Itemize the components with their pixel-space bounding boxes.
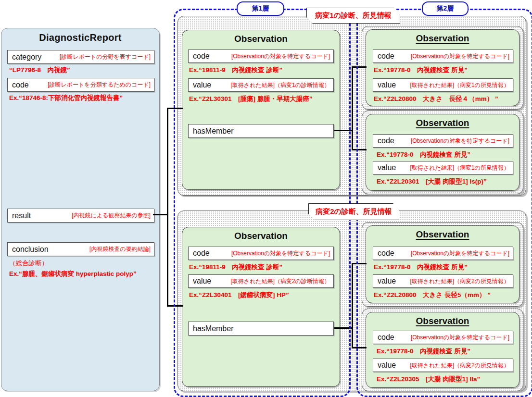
observation-title: Observation [182, 231, 340, 241]
value-field: value [取得された結果]（病変2の所見情報） [373, 359, 513, 372]
code-example-value: Ex.“19778-0 内視鏡検査 所見” [377, 150, 470, 159]
code-field-annotation: [Observationの対象を特定するコード] [411, 249, 509, 258]
code-field: code [診断レポートを分類するためのコード] [7, 78, 154, 92]
connector-result-horizontal [153, 214, 168, 215]
value-field: value [取得された結果]（病変1の所見情報） [373, 78, 513, 92]
value-field-annotation: [取得された結果]（病変2の所見情報） [410, 361, 509, 370]
value-field-label: value [378, 163, 396, 172]
connector-hasmember2-horizontal [334, 327, 353, 329]
connector-hasmember1-branch-bottom [352, 149, 367, 150]
connector-hasmember1-horizontal [334, 130, 353, 131]
value-field-annotation: [取得された結果]（病変1の所見情報） [410, 81, 509, 89]
category-example-value: “LP7796-8 内視鏡” [9, 66, 70, 74]
code-field-label: code [378, 333, 394, 342]
code-field-label: code [378, 136, 394, 145]
code-field-annotation: [Observationの対象を特定するコード] [411, 52, 509, 61]
code-example-value: Ex.“19778-0 内視鏡検査 所見” [374, 66, 468, 74]
value-field: value [取得された結果]（病変1の診断情報） [188, 78, 334, 92]
value-example-value: Ex.“Z2L20301 [大腸 肉眼型1] Is(p)” [377, 177, 487, 186]
observation-title: Observation [366, 316, 519, 326]
connector-result-vertical [167, 108, 168, 307]
diagnostic-report-title: DiagnosticReport [1, 32, 159, 43]
code-field-label: code [12, 81, 29, 89]
result-field: result [内視鏡による観察結果の参照] [7, 209, 154, 223]
has-member-field: hasMember [188, 322, 334, 335]
lesion1-parent-observation-box: Observation code [Observationの対象を特定するコード… [182, 30, 340, 190]
connector-hasmember2-vertical [352, 263, 353, 348]
code-field-annotation: [Observationの対象を特定するコード] [411, 137, 509, 145]
value-field-annotation: [取得された結果]（病変2の所見情報） [410, 277, 509, 285]
value-field: value [取得された結果]（病変2の診断情報） [188, 274, 334, 288]
lesion2-child2-observation-box: Observation code [Observationの対象を特定するコード… [366, 312, 519, 388]
code-field: code [Observationの対象を特定するコード] [188, 50, 334, 63]
lesion1-child2-observation-box: Observation code [Observationの対象を特定するコード… [366, 114, 519, 191]
code-field-label: code [193, 249, 210, 258]
value-field: value [取得された結果]（病変2の所見情報） [373, 274, 513, 288]
layer2-badge: 第2層 [422, 1, 469, 16]
conclusion-note: （総合診断） [9, 259, 48, 268]
code-field-label: code [378, 249, 394, 258]
code-field-label: code [378, 52, 394, 61]
code-field: code [Observationの対象を特定するコード] [188, 247, 334, 260]
code-example-value: Ex.“19778-0 内視鏡検査 所見” [374, 263, 468, 272]
code-field-annotation: [Observationの対象を特定するコード] [411, 334, 509, 342]
value-field-annotation: [取得された結果]（病変1の所見情報） [410, 164, 509, 172]
connector-hasmember1-vertical [352, 66, 353, 150]
observation-title: Observation [366, 118, 519, 128]
connector-hasmember2-branch-bottom [352, 347, 367, 348]
conclusion-field-label: conclusion [12, 245, 49, 254]
value-example-value: Ex.“Z2L30301 [腫瘍] 腺腫・早期大腸癌” [189, 95, 313, 103]
lesion2-header: 病変2の診断、所見情報 [308, 203, 399, 220]
conclusion-example-value: Ex.“腺腫、鋸歯状病変 hyperplastic polyp” [9, 270, 137, 278]
observation-title: Observation [366, 33, 519, 44]
code-example-value: Ex.“19811-9 内視鏡検査 診断” [189, 66, 282, 74]
connector-result-branch-lesion2 [167, 305, 183, 307]
category-field: category [診断レポートの分野を表すコード] [7, 50, 154, 64]
value-field-label: value [378, 81, 396, 89]
value-example-value: Ex.“Z2L30401 [鋸歯状病変] HP” [189, 291, 289, 299]
value-field-label: value [378, 361, 396, 370]
conclusion-field-annotation: [内視鏡検査の要約結論] [89, 245, 151, 253]
diagnostic-report-box: DiagnosticReport category [診断レポートの分野を表すコ… [1, 28, 160, 391]
lesion1-header: 病変1の診断、所見情報 [306, 8, 400, 24]
connector-result-branch-lesion1 [167, 108, 183, 109]
conclusion-field: conclusion [内視鏡検査の要約結論] [7, 242, 154, 256]
lesion2-parent-observation-box: Observation code [Observationの対象を特定するコード… [182, 227, 340, 387]
lesion1-child1-observation-box: Observation code [Observationの対象を特定するコード… [366, 29, 519, 106]
category-field-label: category [12, 53, 41, 62]
code-example-value: Ex.“19778-0 内視鏡検査 所見” [377, 347, 470, 356]
value-field-label: value [378, 277, 396, 285]
value-example-value: Ex.“Z2L20800 大きさ 長径４（mm） ” [374, 95, 498, 103]
value-field-annotation: [取得された結果]（病変2の診断情報） [231, 277, 330, 285]
result-field-annotation: [内視鏡による観察結果の参照] [72, 211, 151, 220]
code-field-annotation: [Observationの対象を特定するコード] [231, 249, 330, 258]
observation-title: Observation [366, 229, 519, 240]
has-member-label: hasMember [193, 127, 233, 136]
value-field-annotation: [取得された結果]（病変1の診断情報） [231, 81, 330, 89]
diagram-canvas: DiagnosticReport category [診断レポートの分野を表すコ… [0, 0, 532, 397]
observation-title: Observation [182, 34, 340, 44]
code-field: code [Observationの対象を特定するコード] [373, 247, 513, 260]
result-field-label: result [12, 211, 31, 220]
value-field: value [取得された結果]（病変1の所見情報） [373, 161, 513, 174]
value-example-value: Ex.“Z2L20800 大きさ 長径5（mm） ” [374, 291, 491, 299]
code-field: code [Observationの対象を特定するコード] [373, 134, 513, 148]
value-field-label: value [193, 277, 211, 285]
value-field-label: value [193, 81, 211, 89]
lesion2-child1-observation-box: Observation code [Observationの対象を特定するコード… [366, 225, 519, 303]
code-field: code [Observationの対象を特定するコード] [373, 50, 513, 63]
code-field-annotation: [診断レポートを分類するためのコード] [48, 81, 151, 89]
layer1-badge: 第1層 [237, 1, 284, 16]
code-field: code [Observationの対象を特定するコード] [373, 331, 513, 344]
code-field-label: code [193, 52, 210, 61]
connector-hasmember1-branch-top [352, 66, 367, 68]
value-example-value: Ex.“Z2L20305 [大腸 肉眼型1] IIa” [377, 375, 480, 384]
code-example-value: Ex.“18746-8:下部消化管内視鏡報告書” [9, 94, 123, 102]
has-member-field: hasMember [188, 124, 334, 138]
code-example-value: Ex.“19811-9 内視鏡検査 診断” [189, 263, 282, 272]
has-member-label: hasMember [193, 324, 233, 333]
category-field-annotation: [診断レポートの分野を表すコード] [60, 53, 151, 61]
code-field-annotation: [Observationの対象を特定するコード] [231, 52, 330, 61]
connector-hasmember2-branch-top [352, 263, 367, 264]
